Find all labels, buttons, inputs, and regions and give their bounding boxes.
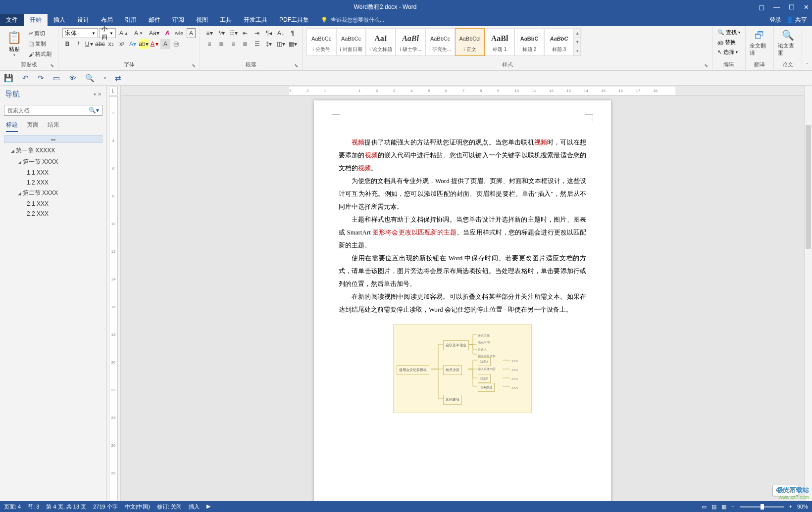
expand-icon[interactable]: ▾ <box>574 47 580 55</box>
cut-button[interactable]: ✂剪切 <box>26 28 54 39</box>
nav-jump-top[interactable]: ▬ <box>4 135 102 143</box>
font-size-combo[interactable]: 小四▼ <box>99 28 116 38</box>
view-read-icon[interactable]: ▭ <box>702 504 707 510</box>
minimize-icon[interactable]: — <box>773 3 780 11</box>
status-macro-icon[interactable]: ▶ <box>206 503 210 511</box>
find-button[interactable]: 🔍查找▾ <box>716 28 741 37</box>
ltr-button[interactable]: ¶◂ <box>263 28 274 38</box>
bold-button[interactable]: B <box>62 39 72 49</box>
maximize-icon[interactable]: ☐ <box>789 3 795 11</box>
scrollbar-thumb[interactable] <box>806 125 811 249</box>
replace-button[interactable]: ab替换 <box>716 38 737 47</box>
search-input[interactable] <box>7 107 89 113</box>
tell-me-search[interactable]: 💡告诉我您想要做什么... <box>315 14 769 26</box>
nav-item[interactable]: 2.1 XXX <box>4 199 102 209</box>
status-words[interactable]: 2719 个字 <box>93 503 118 511</box>
tab-view[interactable]: 视图 <box>190 14 214 26</box>
zoom-slider[interactable] <box>740 506 784 508</box>
document-canvas[interactable]: 视频提供了功能强大的方法帮助您证明您的观点。当您单击联机视频时，可以在想要添加的… <box>121 95 804 501</box>
close-icon[interactable]: ✕ <box>804 3 809 11</box>
char-border-button[interactable]: A <box>187 28 196 38</box>
tab-home[interactable]: 开始 <box>24 14 48 26</box>
tab-tools[interactable]: 工具 <box>214 14 238 26</box>
style-item[interactable]: AaBbCcⅰ 研究生... <box>425 28 455 56</box>
align-right-button[interactable]: ≡ <box>228 39 239 49</box>
status-section[interactable]: 节: 3 <box>28 503 39 511</box>
paragraph[interactable]: 为使您的文档具有专业外观，Word 提供了页眉、页脚、封面和文本框设计，这些设计… <box>339 175 586 213</box>
style-item[interactable]: AaBl标题 1 <box>485 28 514 56</box>
status-lang[interactable]: 中文(中国) <box>125 503 150 511</box>
tab-developer[interactable]: 开发工具 <box>238 14 273 26</box>
tab-insert[interactable]: 插入 <box>48 14 71 26</box>
translate-button[interactable]: 🗗全文翻译 <box>750 28 769 58</box>
launcher-icon[interactable]: ⬊ <box>50 63 54 68</box>
nav-tab-results[interactable]: 结果 <box>48 121 59 132</box>
chevron-down-icon[interactable]: ▼ <box>574 38 580 47</box>
style-item[interactable]: AaIⅰ 论文标题 <box>366 28 396 56</box>
paragraph[interactable]: 视频提供了功能强大的方法帮助您证明您的观点。当您单击联机视频时，可以在想要添加的… <box>339 136 586 175</box>
paragraph[interactable]: 使用在需要位置出现的新按钮在 Word 中保存时间。若要更改图片适应文档的方式，… <box>339 252 586 290</box>
styles-scroll[interactable]: ▲▼▾ <box>574 28 581 56</box>
new-button[interactable]: ▭ <box>53 74 60 83</box>
view-web-icon[interactable]: ▦ <box>721 504 726 510</box>
horizontal-ruler[interactable]: 321123456789101112131415161718 <box>121 87 804 95</box>
nav-item[interactable]: ◢第一章 XXXXX <box>4 145 102 156</box>
show-marks-button[interactable]: ¶ <box>287 28 298 38</box>
status-page-of[interactable]: 第 4 页, 共 13 页 <box>46 503 86 511</box>
copy-button[interactable]: ⿻复制 <box>26 39 54 49</box>
distribute-button[interactable]: ☰ <box>252 39 262 49</box>
clear-format-button[interactable]: A̸ <box>163 28 172 38</box>
shading-button[interactable]: ◫▾ <box>275 39 286 49</box>
ribbon-display-icon[interactable]: ▢ <box>759 3 764 11</box>
borders-button[interactable]: ▦▾ <box>287 39 298 49</box>
font-color-button[interactable]: A▾ <box>150 39 159 49</box>
login-button[interactable]: 登录 <box>769 16 781 24</box>
increase-indent-button[interactable]: ⇥ <box>252 28 262 38</box>
style-item[interactable]: AaBlⅰ 硕士学... <box>396 28 425 56</box>
align-left-button[interactable]: ≡ <box>204 39 215 49</box>
numbering-button[interactable]: ⅟▾ <box>216 28 227 38</box>
undo-button[interactable]: ↶ <box>22 74 29 83</box>
status-insert[interactable]: 插入 <box>189 503 200 511</box>
launcher-icon[interactable]: ⬊ <box>704 63 708 68</box>
nav-tab-pages[interactable]: 页面 <box>27 121 39 132</box>
style-item[interactable]: AaBbC标题 2 <box>514 28 544 56</box>
highlight-button[interactable]: ab▾ <box>139 39 149 49</box>
zoom-level[interactable]: 90% <box>797 504 808 510</box>
nav-item[interactable]: 1.2 XXX <box>4 178 102 187</box>
save-button[interactable]: 💾 <box>4 74 13 83</box>
style-item[interactable]: AaBbCcⅰ 封面日期 <box>336 28 366 56</box>
style-item-selected[interactable]: AaBbCcIⅰ 正文 <box>455 28 485 56</box>
nav-tab-headings[interactable]: 标题 <box>6 121 18 132</box>
tab-mailings[interactable]: 邮件 <box>143 14 166 26</box>
nav-close-icon[interactable]: ✕ <box>98 92 102 97</box>
nav-item[interactable]: 1.1 XXX <box>4 168 102 178</box>
tab-design[interactable]: 设计 <box>71 14 95 26</box>
launcher-icon[interactable]: ⬊ <box>192 63 196 68</box>
enclose-char-button[interactable]: ㊥ <box>171 39 181 49</box>
style-item[interactable]: AaBbC标题 3 <box>544 28 574 56</box>
bullets-button[interactable]: ≡▾ <box>204 28 215 38</box>
strike-button[interactable]: abc <box>95 39 105 49</box>
nav-item[interactable]: ◢第二节 XXXX <box>4 187 102 199</box>
subscript-button[interactable]: x₂ <box>106 39 116 49</box>
paper-check-button[interactable]: 🔍论文查重 <box>778 28 798 58</box>
shrink-font-button[interactable]: A▼ <box>132 28 146 38</box>
nav-search[interactable]: 🔍▾ <box>4 105 102 116</box>
select-button[interactable]: ↖选择▾ <box>716 48 739 56</box>
multilevel-button[interactable]: ☷▾ <box>228 28 239 38</box>
view-print-icon[interactable]: ▤ <box>711 504 716 510</box>
share-button[interactable]: 👤 共享 <box>786 16 807 24</box>
zoom-out-button[interactable]: − <box>731 504 734 510</box>
launcher-icon[interactable]: ⬊ <box>294 63 298 68</box>
text-effect-button[interactable]: A▾ <box>128 39 138 49</box>
tab-file[interactable]: 文件 <box>0 14 24 26</box>
paragraph[interactable]: 在新的阅读视图中阅读更加容易。可以折叠文档某些部分并关注所需文本。如果在达到结尾… <box>339 290 586 316</box>
tab-pdf[interactable]: PDF工具集 <box>273 14 315 26</box>
find2-button[interactable]: 🔍 <box>85 74 95 83</box>
justify-button[interactable]: ≣ <box>240 39 251 49</box>
decrease-indent-button[interactable]: ⇤ <box>240 28 251 38</box>
tab-review[interactable]: 审阅 <box>166 14 190 26</box>
preview-button[interactable]: 👁 <box>69 74 76 82</box>
char-shading-button[interactable]: A <box>160 39 170 49</box>
